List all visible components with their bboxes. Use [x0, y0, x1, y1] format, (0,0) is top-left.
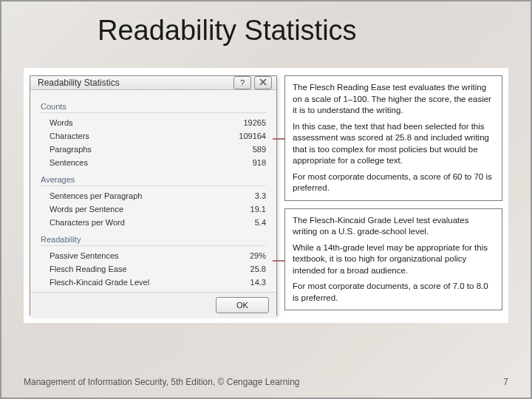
paragraph: The Flesch Reading Ease test evaluates t…	[293, 82, 494, 117]
value: 29%	[250, 251, 266, 260]
right-column: The Flesch Reading Ease test evaluates t…	[284, 75, 502, 316]
label: Sentences per Paragraph	[50, 191, 142, 200]
slide-footer: Management of Information Security, 5th …	[24, 377, 508, 387]
averages-heading: Averages	[41, 175, 266, 186]
value: 589	[253, 145, 266, 154]
content-area: Readability Statistics ? Counts Words192…	[24, 68, 508, 323]
value: 3.3	[255, 191, 266, 200]
connector-line	[273, 138, 284, 140]
label: Sentences	[50, 158, 88, 167]
help-button[interactable]: ?	[233, 76, 251, 89]
row-spp: Sentences per Paragraph3.3	[41, 191, 266, 201]
page-number: 7	[503, 377, 508, 387]
slide: Readability Statistics Readability Stati…	[0, 0, 532, 399]
label: Characters per Word	[50, 218, 125, 227]
row-words: Words19265	[41, 117, 266, 128]
dialog-footer: OK	[30, 292, 276, 318]
dialog-body: Counts Words19265 Characters109164 Parag…	[30, 90, 276, 292]
info-box-flesch-ease: The Flesch Reading Ease test evaluates t…	[284, 75, 502, 201]
readability-dialog: Readability Statistics ? Counts Words192…	[30, 75, 277, 316]
value: 19265	[243, 118, 266, 127]
row-characters: Characters109164	[41, 131, 266, 141]
info-box-flesch-kincaid: The Flesch-Kincaid Grade Level test eval…	[284, 208, 502, 311]
paragraph: For most corporate documents, a score of…	[293, 171, 494, 194]
dialog-titlebar: Readability Statistics ?	[30, 76, 276, 90]
footer-text: Management of Information Security, 5th …	[24, 377, 300, 387]
label: Flesch Reading Ease	[50, 265, 127, 273]
label: Characters	[50, 132, 89, 140]
page-title: Readability Statistics	[98, 15, 357, 47]
row-wps: Words per Sentence19.1	[41, 204, 266, 214]
value: 918	[253, 158, 266, 167]
label: Flesch-Kincaid Grade Level	[50, 278, 149, 287]
row-cpw: Characters per Word5.4	[41, 217, 266, 228]
row-sentences: Sentences918	[41, 157, 266, 168]
value: 14.3	[250, 278, 266, 287]
label: Words per Sentence	[50, 205, 123, 214]
label: Words	[50, 118, 73, 127]
dialog-title: Readability Statistics	[38, 78, 231, 88]
row-paragraphs: Paragraphs589	[41, 144, 266, 154]
value: 5.4	[255, 218, 266, 227]
value: 25.8	[250, 265, 266, 273]
close-icon	[259, 78, 267, 87]
value: 109164	[239, 132, 266, 140]
paragraph: While a 14th-grade level may be appropri…	[293, 242, 494, 277]
paragraph: In this case, the text that had been sel…	[293, 121, 494, 167]
ok-button[interactable]: OK	[216, 297, 269, 313]
readability-heading: Readability	[41, 235, 266, 246]
paragraph: The Flesch-Kincaid Grade Level test eval…	[293, 215, 494, 238]
close-button[interactable]	[254, 76, 272, 89]
connector-line	[273, 260, 284, 262]
paragraph: For most corporate documents, a score of…	[293, 281, 494, 304]
row-passive: Passive Sentences29%	[41, 250, 266, 261]
help-icon: ?	[240, 78, 245, 87]
label: Passive Sentences	[50, 251, 119, 260]
row-fre: Flesch Reading Ease25.8	[41, 264, 266, 274]
counts-heading: Counts	[41, 102, 266, 113]
row-fkg: Flesch-Kincaid Grade Level14.3	[41, 277, 266, 287]
label: Paragraphs	[50, 145, 92, 154]
value: 19.1	[250, 205, 266, 214]
